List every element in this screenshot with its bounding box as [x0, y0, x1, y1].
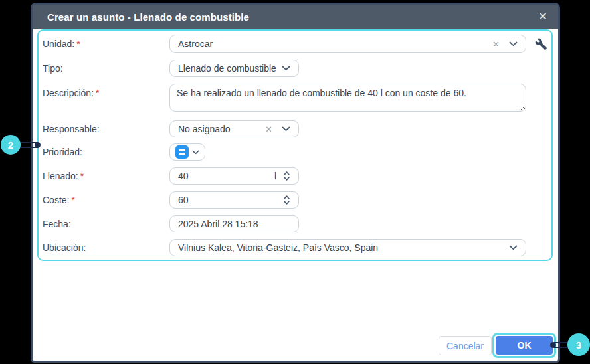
- chevron-down-icon[interactable]: [282, 126, 290, 132]
- step-2-connector-dot: [35, 142, 41, 148]
- description-label: Descripción:*: [43, 84, 169, 98]
- unit-select[interactable]: Astrocar ✕: [169, 35, 526, 53]
- ok-button[interactable]: OK: [496, 336, 553, 355]
- fill-amount-row: Llenado:* 40 l: [43, 167, 299, 185]
- liter-unit: l: [274, 171, 276, 181]
- priority-row: Prioridad:: [43, 143, 205, 161]
- location-row: Ubicación: Vilnius Kalea, Vitoria-Gastei…: [43, 239, 526, 256]
- location-value: Vilnius Kalea, Vitoria-Gasteiz, País Vas…: [178, 242, 509, 253]
- description-row: Descripción:* Se ha realizado un llenado…: [43, 84, 526, 112]
- assignee-label: Responsable:: [43, 124, 169, 134]
- clear-icon[interactable]: ✕: [492, 40, 500, 48]
- chevron-down-icon[interactable]: [282, 66, 290, 71]
- description-textarea[interactable]: Se ha realizado un llenado de combustibl…: [169, 84, 526, 112]
- dialog-title: Crear un asunto - Llenado de combustible: [47, 11, 249, 23]
- fill-amount-value: 40: [178, 171, 274, 181]
- spinner-icon[interactable]: [283, 170, 290, 182]
- location-select[interactable]: Vilnius Kalea, Vitoria-Gasteiz, País Vas…: [169, 239, 526, 256]
- step-3-connector-line: [554, 342, 569, 348]
- fill-amount-input[interactable]: 40 l: [169, 167, 299, 185]
- wrench-icon[interactable]: [535, 38, 547, 50]
- unit-label: Unidad:*: [43, 39, 169, 49]
- location-label: Ubicación:: [43, 242, 169, 253]
- date-row: Fecha: 2025 Abril 28 15:18: [43, 215, 299, 232]
- fill-amount-label: Llenado:*: [43, 171, 169, 181]
- chevron-down-icon[interactable]: [509, 245, 518, 250]
- assignee-select[interactable]: No asignado ✕: [169, 120, 299, 137]
- unit-value: Astrocar: [178, 39, 487, 49]
- required-marker: *: [80, 171, 84, 181]
- priority-medium-icon: [175, 145, 189, 159]
- cost-input[interactable]: 60: [169, 191, 299, 209]
- required-marker: *: [96, 88, 99, 98]
- dialog-titlebar: Crear un asunto - Llenado de combustible…: [33, 5, 558, 29]
- assignee-row: Responsable: No asignado ✕: [43, 120, 299, 137]
- chevron-down-icon[interactable]: [192, 150, 199, 155]
- date-label: Fecha:: [43, 219, 169, 229]
- cancel-button[interactable]: Cancelar: [439, 336, 492, 355]
- type-select[interactable]: Llenado de combustible: [169, 60, 299, 77]
- spinner-icon[interactable]: [283, 194, 290, 206]
- step-3-badge: 3: [567, 333, 590, 356]
- cost-row: Coste:* 60: [43, 191, 299, 209]
- clear-icon[interactable]: ✕: [265, 125, 272, 134]
- assignee-value: No asignado: [178, 124, 260, 134]
- date-input[interactable]: 2025 Abril 28 15:18: [169, 215, 299, 232]
- unit-row: Unidad:* Astrocar ✕: [43, 35, 547, 53]
- required-marker: *: [71, 195, 74, 205]
- chevron-down-icon[interactable]: [509, 41, 518, 46]
- type-label: Tipo:: [43, 63, 169, 74]
- cost-label: Coste:*: [43, 195, 169, 205]
- type-row: Tipo: Llenado de combustible: [43, 60, 299, 77]
- cost-value: 60: [178, 195, 283, 205]
- type-value: Llenado de combustible: [178, 63, 282, 74]
- priority-select[interactable]: [169, 143, 205, 161]
- step-2-badge: 2: [1, 135, 21, 155]
- issue-form-highlight-box: Unidad:* Astrocar ✕ Tipo: Llenado de com…: [37, 29, 553, 261]
- create-issue-dialog: Crear un asunto - Llenado de combustible…: [31, 3, 560, 363]
- priority-label: Prioridad:: [43, 147, 169, 157]
- step-3-connector-dot: [550, 342, 556, 348]
- required-marker: *: [76, 39, 80, 49]
- date-value: 2025 Abril 28 15:18: [178, 219, 290, 229]
- ok-button-highlight: OK: [492, 333, 556, 358]
- close-icon[interactable]: ✕: [539, 11, 547, 22]
